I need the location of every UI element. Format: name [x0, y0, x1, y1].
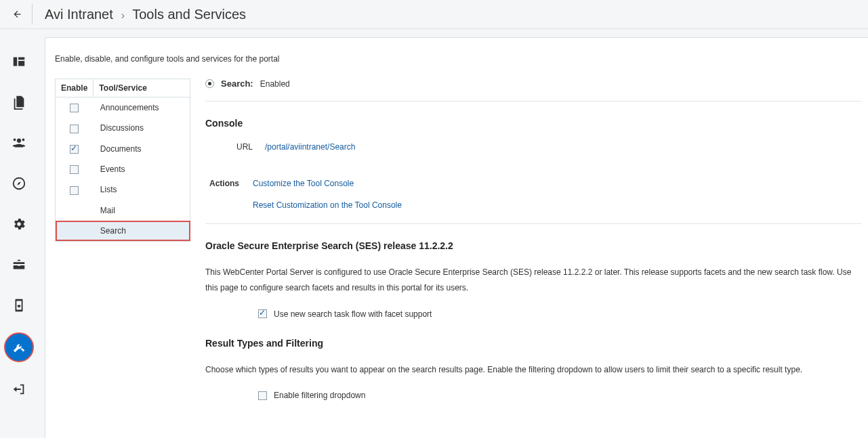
status-label: Search: [221, 79, 253, 89]
enable-checkbox[interactable] [70, 125, 79, 133]
actions-label: Actions [209, 179, 243, 210]
breadcrumb-page: Tools and Services [132, 7, 246, 22]
col-tool: Tool/Service [94, 79, 190, 97]
sidebar-item-people[interactable] [5, 129, 33, 156]
table-row[interactable]: Events [56, 159, 190, 179]
url-label: URL [222, 142, 253, 152]
facet-checkbox-label: Use new search task flow with facet supp… [274, 309, 432, 319]
tool-link[interactable]: Discussions [100, 123, 144, 133]
sidebar-item-panels[interactable] [5, 48, 33, 75]
console-title: Console [205, 118, 861, 129]
tool-link[interactable]: Announcements [100, 103, 159, 112]
content-panel: Enable, disable, and configure tools and… [45, 37, 868, 438]
sidebar-item-briefcase[interactable] [5, 251, 33, 278]
sidebar-item-device[interactable] [5, 292, 33, 319]
table-row[interactable]: Lists [56, 179, 190, 200]
tool-link[interactable]: Documents [100, 144, 142, 154]
details-panel: Search: Enabled Console URL /portal/avii… [205, 79, 868, 419]
url-link[interactable]: /portal/aviintranet/Search [265, 142, 355, 152]
filter-dropdown-checkbox[interactable] [258, 391, 267, 400]
col-enable: Enable [56, 79, 94, 97]
customize-console-link[interactable]: Customize the Tool Console [253, 179, 402, 188]
tool-link[interactable]: Search [100, 226, 126, 236]
sidebar-item-documents[interactable] [5, 89, 33, 116]
breadcrumb: Avi Intranet › Tools and Services [45, 7, 246, 22]
enable-checkbox[interactable] [70, 104, 79, 112]
table-row[interactable]: Announcements [56, 97, 190, 118]
tool-link[interactable]: Events [100, 165, 125, 174]
sidebar-item-tools[interactable] [4, 332, 34, 362]
result-types-desc: Choose which types of results you want t… [205, 362, 861, 378]
tool-link[interactable]: Mail [100, 206, 115, 215]
sidebar-item-settings[interactable] [5, 211, 33, 238]
tool-link[interactable]: Lists [100, 185, 117, 194]
result-types-title: Result Types and Filtering [205, 338, 861, 349]
table-row[interactable]: Documents [56, 139, 190, 159]
filter-dropdown-label: Enable filtering dropdown [274, 391, 365, 400]
ses-title: Oracle Secure Enterprise Search (SES) re… [205, 240, 861, 251]
ses-desc: This WebCenter Portal Server is configur… [205, 265, 861, 296]
status-value: Enabled [260, 79, 290, 89]
table-row[interactable]: Discussions [56, 118, 190, 138]
sidebar-item-compass[interactable] [5, 170, 33, 197]
sidebar [0, 29, 38, 438]
facet-checkbox[interactable] [258, 309, 267, 318]
enable-checkbox[interactable] [70, 145, 79, 154]
breadcrumb-root[interactable]: Avi Intranet [45, 7, 113, 22]
enable-checkbox[interactable] [70, 165, 79, 174]
intro-text: Enable, disable, and configure tools and… [55, 54, 868, 64]
status-radio[interactable] [205, 79, 214, 88]
table-row[interactable]: Search [56, 221, 190, 242]
back-button[interactable] [12, 4, 33, 24]
tool-table: Enable Tool/Service AnnouncementsDiscuss… [55, 79, 190, 242]
tool-table-wrapper: Enable Tool/Service AnnouncementsDiscuss… [55, 79, 190, 419]
reset-console-link[interactable]: Reset Customization on the Tool Console [253, 200, 402, 210]
sidebar-item-exit[interactable] [5, 376, 33, 403]
enable-checkbox[interactable] [70, 186, 79, 195]
table-row[interactable]: Mail [56, 200, 190, 221]
